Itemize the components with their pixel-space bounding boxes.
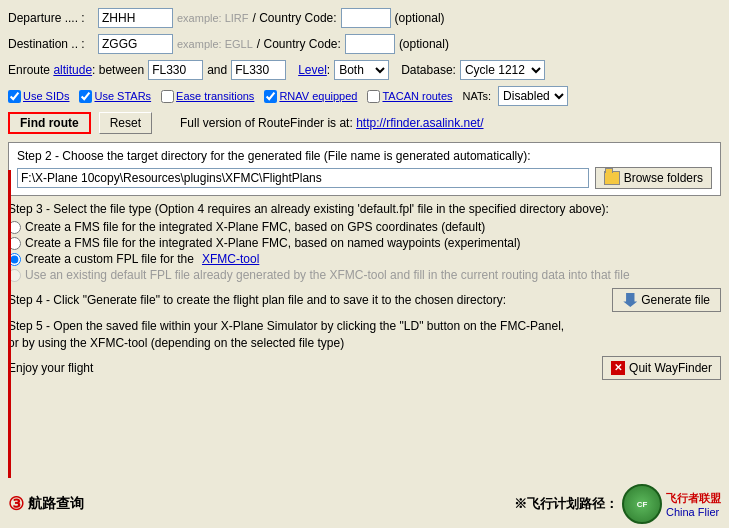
destination-input[interactable] xyxy=(98,34,173,54)
reset-button[interactable]: Reset xyxy=(99,112,152,134)
level-select[interactable]: Both High Low xyxy=(334,60,389,80)
altitude-link[interactable]: altitude xyxy=(53,63,92,77)
xfmc-tool-link[interactable]: XFMC-tool xyxy=(202,252,259,266)
option1-row: Create a FMS file for the integrated X-P… xyxy=(8,220,721,234)
rnav-label[interactable]: RNAV equipped xyxy=(264,90,357,103)
annotation-left: ③ 航路查询 xyxy=(8,493,84,515)
use-stars-checkbox[interactable] xyxy=(79,90,92,103)
fl-and-input[interactable] xyxy=(231,60,286,80)
tacan-label[interactable]: TACAN routes xyxy=(367,90,452,103)
checkboxes-row: Use SIDs Use STARs Ease transitions RNAV… xyxy=(8,86,721,106)
enroute-label: Enroute altitude: between xyxy=(8,63,144,77)
option4-text: Use an existing default FPL file already… xyxy=(25,268,630,282)
use-sids-checkbox[interactable] xyxy=(8,90,21,103)
departure-country-label: / Country Code: xyxy=(253,11,337,25)
fl-between-input[interactable] xyxy=(148,60,203,80)
step2-path-row: Browse folders xyxy=(17,167,712,189)
use-stars-text[interactable]: Use STARs xyxy=(94,90,151,102)
buttons-row: Find route Reset Full version of RouteFi… xyxy=(8,112,721,134)
destination-country-label: / Country Code: xyxy=(257,37,341,51)
annotation-left-text: 航路查询 xyxy=(28,495,84,513)
rnav-checkbox[interactable] xyxy=(264,90,277,103)
rnav-text[interactable]: RNAV equipped xyxy=(279,90,357,102)
step2-title: Step 2 - Choose the target directory for… xyxy=(17,149,712,163)
ease-transitions-checkbox[interactable] xyxy=(161,90,174,103)
generate-file-button[interactable]: Generate file xyxy=(612,288,721,312)
logo-circle: CF xyxy=(622,484,662,524)
database-label: Database: xyxy=(401,63,456,77)
and-label: and xyxy=(207,63,227,77)
option4-row: Use an existing default FPL file already… xyxy=(8,268,721,282)
departure-example: example: LIRF xyxy=(177,12,249,24)
bottom-bar: ③ 航路查询 ※飞行计划路径： CF 飞行者联盟 China Flier xyxy=(0,480,729,528)
option1-text: Create a FMS file for the integrated X-P… xyxy=(25,220,485,234)
red-vertical-line xyxy=(8,170,11,478)
find-route-button[interactable]: Find route xyxy=(8,112,91,134)
use-sids-text[interactable]: Use SIDs xyxy=(23,90,69,102)
nats-label: NATs: xyxy=(463,90,492,102)
use-stars-label[interactable]: Use STARs xyxy=(79,90,151,103)
annotation-number: ③ xyxy=(8,493,24,515)
step2-path-input[interactable] xyxy=(17,168,589,188)
ease-transitions-label[interactable]: Ease transitions xyxy=(161,90,254,103)
option2-text: Create a FMS file for the integrated X-P… xyxy=(25,236,521,250)
enroute-row: Enroute altitude: between and Level: Bot… xyxy=(8,60,721,80)
destination-row: Destination .. : example: EGLL / Country… xyxy=(8,34,721,54)
departure-label: Departure .... : xyxy=(8,11,98,25)
main-container: Departure .... : example: LIRF / Country… xyxy=(0,0,729,528)
tacan-text[interactable]: TACAN routes xyxy=(382,90,452,102)
destination-example: example: EGLL xyxy=(177,38,253,50)
use-sids-label[interactable]: Use SIDs xyxy=(8,90,69,103)
folder-icon xyxy=(604,171,620,185)
enjoy-text: Enjoy your flight xyxy=(8,361,93,375)
destination-optional: (optional) xyxy=(399,37,449,51)
logo-area: CF 飞行者联盟 China Flier xyxy=(622,484,721,524)
browse-folders-button[interactable]: Browse folders xyxy=(595,167,712,189)
full-version-link[interactable]: http://rfinder.asalink.net/ xyxy=(356,116,483,130)
option2-row: Create a FMS file for the integrated X-P… xyxy=(8,236,721,250)
departure-optional: (optional) xyxy=(395,11,445,25)
annotation-right: ※飞行计划路径： CF 飞行者联盟 China Flier xyxy=(514,484,721,524)
tacan-checkbox[interactable] xyxy=(367,90,380,103)
step3-section: Step 3 - Select the file type (Option 4 … xyxy=(8,202,721,282)
departure-country-input[interactable] xyxy=(341,8,391,28)
step4-row: Step 4 - Click "Generate file" to create… xyxy=(8,288,721,312)
step4-title: Step 4 - Click "Generate file" to create… xyxy=(8,293,506,307)
nats-select[interactable]: Disabled Enabled xyxy=(498,86,568,106)
departure-input[interactable] xyxy=(98,8,173,28)
annotation-right-text: ※飞行计划路径： xyxy=(514,495,618,513)
step2-box: Step 2 - Choose the target directory for… xyxy=(8,142,721,196)
level-label: Level: xyxy=(298,63,330,77)
logo-bottom: China Flier xyxy=(666,506,721,518)
logo-text: 飞行者联盟 China Flier xyxy=(666,491,721,518)
quit-wayfinder-button[interactable]: ✕ Quit WayFinder xyxy=(602,356,721,380)
ease-transitions-text[interactable]: Ease transitions xyxy=(176,90,254,102)
step3-title: Step 3 - Select the file type (Option 4 … xyxy=(8,202,721,216)
download-icon xyxy=(623,293,637,307)
destination-country-input[interactable] xyxy=(345,34,395,54)
destination-label: Destination .. : xyxy=(8,37,98,51)
step5-text: Step 5 - Open the saved file within your… xyxy=(8,318,721,352)
departure-row: Departure .... : example: LIRF / Country… xyxy=(8,8,721,28)
enjoy-row: Enjoy your flight ✕ Quit WayFinder xyxy=(8,356,721,380)
option3-row: Create a custom FPL file for the XFMC-to… xyxy=(8,252,721,266)
level-link[interactable]: Level xyxy=(298,63,327,77)
full-version-text: Full version of RouteFinder is at: http:… xyxy=(180,116,484,130)
logo-top: 飞行者联盟 xyxy=(666,491,721,506)
x-icon: ✕ xyxy=(611,361,625,375)
database-select[interactable]: Cycle 1212 Cycle 1213 xyxy=(460,60,545,80)
option3-prefix: Create a custom FPL file for the xyxy=(25,252,194,266)
